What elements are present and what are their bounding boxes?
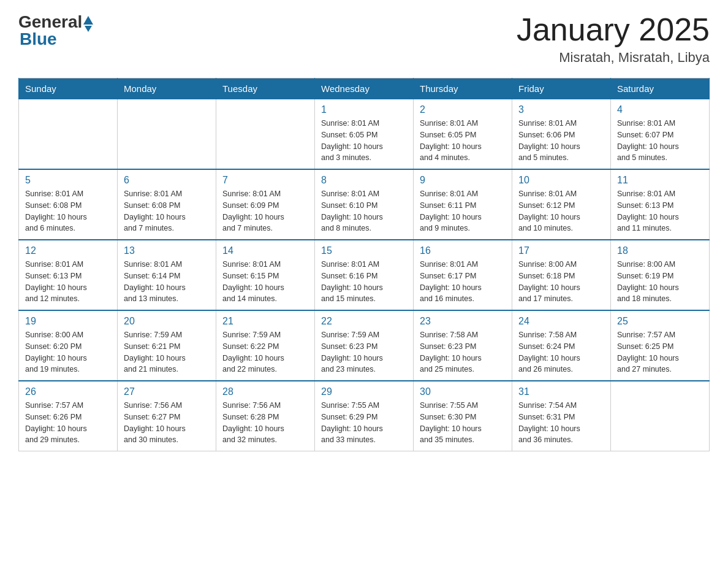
day-info: Sunrise: 8:00 AM Sunset: 6:20 PM Dayligh… bbox=[25, 329, 111, 375]
day-number: 21 bbox=[222, 316, 308, 327]
day-number: 3 bbox=[518, 104, 604, 115]
page-header: General Blue January 2025 Misratah, Misr… bbox=[18, 12, 710, 66]
day-info: Sunrise: 7:57 AM Sunset: 6:25 PM Dayligh… bbox=[617, 329, 703, 375]
day-info: Sunrise: 7:57 AM Sunset: 6:26 PM Dayligh… bbox=[25, 400, 111, 446]
day-number: 20 bbox=[124, 316, 210, 327]
calendar-cell: 26Sunrise: 7:57 AM Sunset: 6:26 PM Dayli… bbox=[19, 381, 118, 451]
calendar-cell: 3Sunrise: 8:01 AM Sunset: 6:06 PM Daylig… bbox=[512, 99, 611, 170]
day-info: Sunrise: 7:55 AM Sunset: 6:29 PM Dayligh… bbox=[321, 400, 407, 446]
calendar-cell bbox=[216, 99, 315, 170]
day-number: 1 bbox=[321, 104, 407, 115]
day-info: Sunrise: 8:01 AM Sunset: 6:11 PM Dayligh… bbox=[420, 188, 506, 234]
day-info: Sunrise: 8:01 AM Sunset: 6:10 PM Dayligh… bbox=[321, 188, 407, 234]
day-info: Sunrise: 8:01 AM Sunset: 6:06 PM Dayligh… bbox=[518, 118, 604, 164]
day-number: 4 bbox=[617, 104, 703, 115]
day-info: Sunrise: 8:01 AM Sunset: 6:08 PM Dayligh… bbox=[124, 188, 210, 234]
day-number: 12 bbox=[25, 245, 111, 256]
day-info: Sunrise: 8:00 AM Sunset: 6:19 PM Dayligh… bbox=[617, 259, 703, 305]
title-block: January 2025 Misratah, Misratah, Libya bbox=[517, 12, 710, 66]
day-number: 25 bbox=[617, 316, 703, 327]
calendar-cell: 1Sunrise: 8:01 AM Sunset: 6:05 PM Daylig… bbox=[315, 99, 414, 170]
calendar-cell: 10Sunrise: 8:01 AM Sunset: 6:12 PM Dayli… bbox=[512, 169, 611, 240]
day-info: Sunrise: 8:01 AM Sunset: 6:14 PM Dayligh… bbox=[124, 259, 210, 305]
calendar-cell: 7Sunrise: 8:01 AM Sunset: 6:09 PM Daylig… bbox=[216, 169, 315, 240]
day-info: Sunrise: 8:01 AM Sunset: 6:08 PM Dayligh… bbox=[25, 188, 111, 234]
day-number: 23 bbox=[420, 316, 506, 327]
page-title: January 2025 bbox=[517, 12, 710, 47]
calendar-cell: 4Sunrise: 8:01 AM Sunset: 6:07 PM Daylig… bbox=[611, 99, 710, 170]
calendar-cell: 22Sunrise: 7:59 AM Sunset: 6:23 PM Dayli… bbox=[315, 310, 414, 381]
calendar-header-row: SundayMondayTuesdayWednesdayThursdayFrid… bbox=[19, 79, 710, 99]
calendar-table: SundayMondayTuesdayWednesdayThursdayFrid… bbox=[18, 78, 710, 451]
calendar-week-row: 1Sunrise: 8:01 AM Sunset: 6:05 PM Daylig… bbox=[19, 99, 710, 170]
calendar-day-header: Thursday bbox=[414, 79, 512, 99]
day-info: Sunrise: 8:01 AM Sunset: 6:05 PM Dayligh… bbox=[420, 118, 506, 164]
day-info: Sunrise: 8:01 AM Sunset: 6:09 PM Dayligh… bbox=[222, 188, 308, 234]
calendar-cell: 23Sunrise: 7:58 AM Sunset: 6:23 PM Dayli… bbox=[414, 310, 512, 381]
calendar-cell: 8Sunrise: 8:01 AM Sunset: 6:10 PM Daylig… bbox=[315, 169, 414, 240]
calendar-cell: 16Sunrise: 8:01 AM Sunset: 6:17 PM Dayli… bbox=[414, 240, 512, 310]
day-info: Sunrise: 8:01 AM Sunset: 6:16 PM Dayligh… bbox=[321, 259, 407, 305]
day-number: 17 bbox=[518, 245, 604, 256]
calendar-day-header: Tuesday bbox=[216, 79, 315, 99]
calendar-day-header: Wednesday bbox=[315, 79, 414, 99]
day-number: 15 bbox=[321, 245, 407, 256]
day-info: Sunrise: 8:01 AM Sunset: 6:17 PM Dayligh… bbox=[420, 259, 506, 305]
day-number: 27 bbox=[124, 386, 210, 397]
calendar-cell: 20Sunrise: 7:59 AM Sunset: 6:21 PM Dayli… bbox=[118, 310, 216, 381]
calendar-cell: 6Sunrise: 8:01 AM Sunset: 6:08 PM Daylig… bbox=[118, 169, 216, 240]
day-info: Sunrise: 7:56 AM Sunset: 6:28 PM Dayligh… bbox=[222, 400, 308, 446]
calendar-cell: 17Sunrise: 8:00 AM Sunset: 6:18 PM Dayli… bbox=[512, 240, 611, 310]
day-info: Sunrise: 8:01 AM Sunset: 6:07 PM Dayligh… bbox=[617, 118, 703, 164]
day-number: 2 bbox=[420, 104, 506, 115]
page-subtitle: Misratah, Misratah, Libya bbox=[517, 50, 710, 66]
day-number: 5 bbox=[25, 175, 111, 186]
day-number: 9 bbox=[420, 175, 506, 186]
day-info: Sunrise: 7:59 AM Sunset: 6:22 PM Dayligh… bbox=[222, 329, 308, 375]
logo-text-block: General Blue bbox=[18, 12, 93, 49]
day-info: Sunrise: 7:56 AM Sunset: 6:27 PM Dayligh… bbox=[124, 400, 210, 446]
day-number: 22 bbox=[321, 316, 407, 327]
calendar-cell bbox=[118, 99, 216, 170]
day-info: Sunrise: 7:59 AM Sunset: 6:21 PM Dayligh… bbox=[124, 329, 210, 375]
calendar-cell: 24Sunrise: 7:58 AM Sunset: 6:24 PM Dayli… bbox=[512, 310, 611, 381]
day-info: Sunrise: 8:00 AM Sunset: 6:18 PM Dayligh… bbox=[518, 259, 604, 305]
calendar-week-row: 5Sunrise: 8:01 AM Sunset: 6:08 PM Daylig… bbox=[19, 169, 710, 240]
calendar-cell: 5Sunrise: 8:01 AM Sunset: 6:08 PM Daylig… bbox=[19, 169, 118, 240]
calendar-cell: 31Sunrise: 7:54 AM Sunset: 6:31 PM Dayli… bbox=[512, 381, 611, 451]
calendar-cell: 27Sunrise: 7:56 AM Sunset: 6:27 PM Dayli… bbox=[118, 381, 216, 451]
logo-blue-text: Blue bbox=[20, 29, 57, 49]
calendar-cell: 19Sunrise: 8:00 AM Sunset: 6:20 PM Dayli… bbox=[19, 310, 118, 381]
calendar-cell: 21Sunrise: 7:59 AM Sunset: 6:22 PM Dayli… bbox=[216, 310, 315, 381]
day-info: Sunrise: 8:01 AM Sunset: 6:15 PM Dayligh… bbox=[222, 259, 308, 305]
logo: General Blue bbox=[18, 12, 93, 49]
calendar-cell: 25Sunrise: 7:57 AM Sunset: 6:25 PM Dayli… bbox=[611, 310, 710, 381]
calendar-week-row: 26Sunrise: 7:57 AM Sunset: 6:26 PM Dayli… bbox=[19, 381, 710, 451]
day-number: 11 bbox=[617, 175, 703, 186]
calendar-cell: 14Sunrise: 8:01 AM Sunset: 6:15 PM Dayli… bbox=[216, 240, 315, 310]
day-number: 6 bbox=[124, 175, 210, 186]
day-info: Sunrise: 8:01 AM Sunset: 6:12 PM Dayligh… bbox=[518, 188, 604, 234]
day-info: Sunrise: 7:59 AM Sunset: 6:23 PM Dayligh… bbox=[321, 329, 407, 375]
day-number: 24 bbox=[518, 316, 604, 327]
day-info: Sunrise: 7:54 AM Sunset: 6:31 PM Dayligh… bbox=[518, 400, 604, 446]
calendar-cell bbox=[611, 381, 710, 451]
calendar-cell: 13Sunrise: 8:01 AM Sunset: 6:14 PM Dayli… bbox=[118, 240, 216, 310]
calendar-cell: 11Sunrise: 8:01 AM Sunset: 6:13 PM Dayli… bbox=[611, 169, 710, 240]
calendar-cell: 9Sunrise: 8:01 AM Sunset: 6:11 PM Daylig… bbox=[414, 169, 512, 240]
calendar-day-header: Sunday bbox=[19, 79, 118, 99]
day-number: 16 bbox=[420, 245, 506, 256]
day-info: Sunrise: 8:01 AM Sunset: 6:13 PM Dayligh… bbox=[617, 188, 703, 234]
calendar-cell: 28Sunrise: 7:56 AM Sunset: 6:28 PM Dayli… bbox=[216, 381, 315, 451]
calendar-cell: 2Sunrise: 8:01 AM Sunset: 6:05 PM Daylig… bbox=[414, 99, 512, 170]
day-number: 10 bbox=[518, 175, 604, 186]
day-number: 13 bbox=[124, 245, 210, 256]
calendar-cell: 12Sunrise: 8:01 AM Sunset: 6:13 PM Dayli… bbox=[19, 240, 118, 310]
day-number: 8 bbox=[321, 175, 407, 186]
day-info: Sunrise: 7:58 AM Sunset: 6:24 PM Dayligh… bbox=[518, 329, 604, 375]
day-number: 28 bbox=[222, 386, 308, 397]
calendar-day-header: Friday bbox=[512, 79, 611, 99]
day-number: 29 bbox=[321, 386, 407, 397]
calendar-cell: 29Sunrise: 7:55 AM Sunset: 6:29 PM Dayli… bbox=[315, 381, 414, 451]
day-number: 18 bbox=[617, 245, 703, 256]
